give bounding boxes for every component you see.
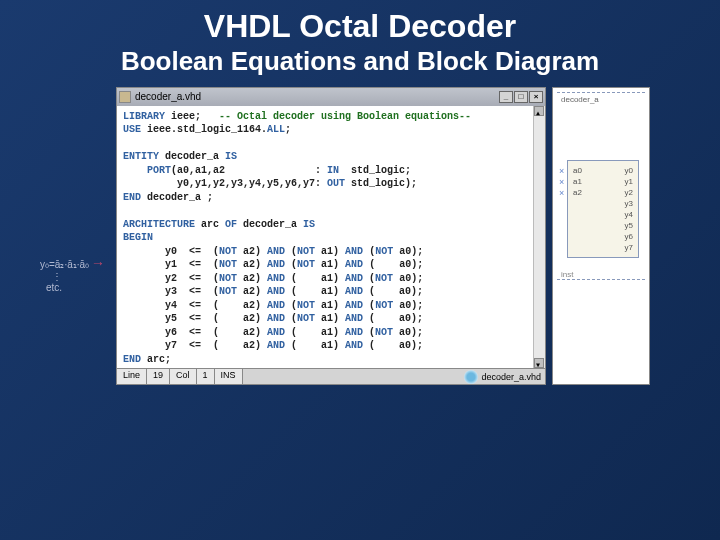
code-line: LIBRARY ieee; -- Octal decoder using Boo…	[123, 110, 539, 124]
code-line: y3 <= (NOT a2) AND ( a1) AND ( a0);	[123, 285, 539, 299]
globe-icon	[464, 370, 478, 384]
annotation-eq: y₀=ā₂·ā₁·ā₀→	[40, 255, 110, 271]
pin-input: a2	[573, 188, 582, 197]
code-line: ARCHITECTURE arc OF decoder_a IS	[123, 218, 539, 232]
code-line: END decoder_a ;	[123, 191, 539, 205]
scrollbar-vertical[interactable]: ▴ ▾	[533, 106, 545, 369]
code-line: y1 <= (NOT a2) AND (NOT a1) AND ( a0);	[123, 258, 539, 272]
annotation-dots: ⋮	[40, 271, 110, 282]
minimize-button[interactable]: _	[499, 91, 513, 103]
pin-output: y4	[625, 210, 633, 219]
status-col-label: Col	[170, 369, 197, 384]
code-editor[interactable]: ▴ ▾ LIBRARY ieee; -- Octal decoder using…	[117, 106, 545, 369]
pin-output: y3	[625, 199, 633, 208]
block-instance: inst	[557, 266, 645, 280]
code-line: ENTITY decoder_a IS	[123, 150, 539, 164]
window-title: decoder_a.vhd	[135, 91, 498, 102]
code-line: y2 <= (NOT a2) AND ( a1) AND (NOT a0);	[123, 272, 539, 286]
scroll-up-icon[interactable]: ▴	[534, 106, 544, 116]
pin-output: y7	[625, 243, 633, 252]
code-line: y0 <= (NOT a2) AND (NOT a1) AND (NOT a0)…	[123, 245, 539, 259]
pin-output: y5	[625, 221, 633, 230]
code-line: y5 <= ( a2) AND (NOT a1) AND ( a0);	[123, 312, 539, 326]
block-title: decoder_a	[557, 92, 645, 110]
pin-output: y1	[625, 177, 633, 186]
code-line	[123, 137, 539, 151]
content-area: y₀=ā₂·ā₁·ā₀→ ⋮ etc. decoder_a.vhd _ □ × …	[0, 87, 720, 386]
code-line: y4 <= ( a2) AND (NOT a1) AND (NOT a0);	[123, 299, 539, 313]
window-titlebar[interactable]: decoder_a.vhd _ □ ×	[117, 88, 545, 106]
slide-subtitle: Boolean Equations and Block Diagram	[0, 45, 720, 87]
code-line: PORT(a0,a1,a2 : IN std_logic;	[123, 164, 539, 178]
status-line-label: Line	[117, 369, 147, 384]
pin-output: y2	[625, 188, 633, 197]
close-button[interactable]: ×	[529, 91, 543, 103]
pin-output: y0	[625, 166, 633, 175]
scroll-down-icon[interactable]: ▾	[534, 358, 544, 368]
code-line: y6 <= ( a2) AND ( a1) AND (NOT a0);	[123, 326, 539, 340]
status-bar: Line 19 Col 1 INS decoder_a.vhd	[117, 368, 545, 384]
taskbar-file-tab[interactable]: decoder_a.vhd	[460, 369, 545, 384]
status-line-value: 19	[147, 369, 170, 384]
maximize-button[interactable]: □	[514, 91, 528, 103]
pin-output: y6	[625, 232, 633, 241]
file-icon	[119, 91, 131, 103]
code-line: BEGIN	[123, 231, 539, 245]
arrow-icon: →	[91, 255, 105, 271]
code-line	[123, 204, 539, 218]
pin-input: a1	[573, 177, 582, 186]
status-col-value: 1	[197, 369, 215, 384]
status-ins: INS	[215, 369, 243, 384]
annotation-etc: etc.	[40, 282, 110, 293]
code-line: END arc;	[123, 353, 539, 367]
code-line: y7 <= ( a2) AND ( a1) AND ( a0);	[123, 339, 539, 353]
block-symbol: a0y0 a1y1 a2y2 y3 y4 y5 y6 y7	[567, 160, 639, 258]
block-diagram-panel: decoder_a a0y0 a1y1 a2y2 y3 y4 y5 y6 y7 …	[552, 87, 650, 386]
equation-annotation: y₀=ā₂·ā₁·ā₀→ ⋮ etc.	[40, 87, 110, 386]
pin-input: a0	[573, 166, 582, 175]
taskbar-filename: decoder_a.vhd	[481, 372, 541, 382]
editor-window: decoder_a.vhd _ □ × ▴ ▾ LIBRARY ieee; --…	[116, 87, 546, 386]
code-line: y0,y1,y2,y3,y4,y5,y6,y7: OUT std_logic);	[123, 177, 539, 191]
code-line: USE ieee.std_logic_1164.ALL;	[123, 123, 539, 137]
slide-title: VHDL Octal Decoder	[0, 0, 720, 45]
